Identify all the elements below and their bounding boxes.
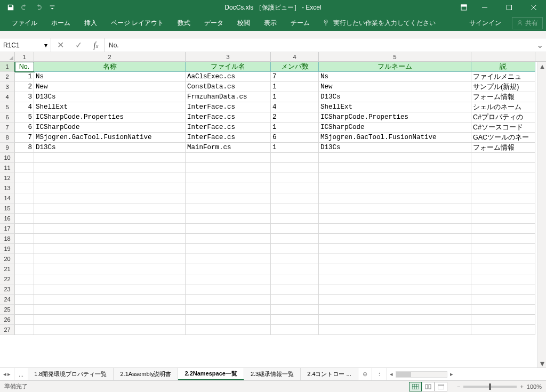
cell[interactable]: 2 <box>15 82 34 92</box>
cell[interactable] <box>186 214 271 224</box>
cell[interactable] <box>34 163 186 173</box>
sheet-tab[interactable]: 2.1Assembly説明書 <box>114 368 178 380</box>
column-header[interactable]: 1 <box>15 52 34 61</box>
row-header[interactable]: 14 <box>0 193 15 203</box>
save-button[interactable] <box>4 1 17 14</box>
cell[interactable] <box>186 203 271 214</box>
row-header[interactable]: 6 <box>0 112 15 123</box>
cell[interactable] <box>34 224 186 234</box>
cell[interactable] <box>186 264 271 274</box>
cell[interactable] <box>271 254 319 264</box>
cell[interactable] <box>319 173 471 183</box>
column-header[interactable] <box>471 52 535 61</box>
sheet-tab[interactable]: 2.2Namespace一覧 <box>178 368 244 380</box>
cell[interactable] <box>271 153 319 163</box>
zoom-out-button[interactable]: − <box>457 383 460 390</box>
maximize-button[interactable] <box>497 0 521 15</box>
cell[interactable]: No. <box>15 62 34 72</box>
row-header[interactable]: 16 <box>0 214 15 224</box>
hscroll-thumb[interactable] <box>396 372 412 377</box>
redo-button[interactable] <box>32 1 45 14</box>
row-header[interactable]: 9 <box>0 143 15 153</box>
tab-formula[interactable]: 数式 <box>171 15 197 31</box>
cell[interactable]: 7 <box>15 133 34 143</box>
cell[interactable] <box>271 183 319 193</box>
cell[interactable]: D13Cs <box>319 143 471 153</box>
cell[interactable] <box>319 305 471 315</box>
row-header[interactable]: 23 <box>0 284 15 295</box>
row-header[interactable]: 8 <box>0 133 15 143</box>
column-header[interactable]: 5 <box>319 52 471 61</box>
cell[interactable] <box>186 163 271 173</box>
row-header[interactable]: 7 <box>0 123 15 133</box>
cell[interactable]: フォーム情報 <box>471 92 535 102</box>
hscroll-track[interactable] <box>396 371 447 378</box>
cell[interactable] <box>319 234 471 244</box>
cell[interactable] <box>271 244 319 254</box>
fx-icon[interactable]: fx <box>93 40 98 50</box>
cell[interactable]: InterFace.cs <box>186 123 271 133</box>
cell[interactable]: 2 <box>271 112 319 123</box>
cell[interactable]: ICSharpCode.Properties <box>319 112 471 123</box>
cell[interactable] <box>471 254 535 264</box>
qat-customize-button[interactable] <box>46 1 59 14</box>
tab-layout[interactable]: ページ レイアウト <box>105 15 170 31</box>
cell[interactable]: ファイル名 <box>186 62 271 72</box>
sheet-nav-next-icon[interactable]: ▸ <box>7 371 11 378</box>
chevron-down-icon[interactable]: ▾ <box>44 42 47 49</box>
row-header[interactable]: 11 <box>0 163 15 173</box>
cell[interactable] <box>271 295 319 305</box>
cell[interactable] <box>15 214 34 224</box>
row-header[interactable]: 20 <box>0 254 15 264</box>
cell[interactable]: ファイルメニュ <box>471 72 535 82</box>
page-break-view-button[interactable] <box>435 382 447 391</box>
close-button[interactable] <box>521 0 546 15</box>
cell[interactable] <box>319 214 471 224</box>
cell[interactable]: 8 <box>15 143 34 153</box>
add-sheet-button[interactable]: ⊕ <box>358 368 372 380</box>
sheet-tab[interactable]: 2.3継承情報一覧 <box>244 368 301 380</box>
cell[interactable] <box>34 315 186 325</box>
cell[interactable]: 1 <box>271 123 319 133</box>
cell[interactable] <box>15 173 34 183</box>
cell[interactable] <box>34 234 186 244</box>
cell[interactable] <box>15 193 34 203</box>
cell[interactable]: 1 <box>271 143 319 153</box>
column-header[interactable]: 2 <box>34 52 186 61</box>
cell[interactable] <box>15 325 34 335</box>
scroll-right-button[interactable]: ▸ <box>447 371 456 378</box>
row-header[interactable]: 22 <box>0 274 15 284</box>
page-layout-view-button[interactable] <box>422 382 435 391</box>
cell[interactable]: シェルのネーム <box>471 102 535 112</box>
cell[interactable] <box>471 153 535 163</box>
row-header[interactable]: 15 <box>0 203 15 214</box>
cell[interactable] <box>319 203 471 214</box>
cell[interactable] <box>186 183 271 193</box>
row-header[interactable]: 26 <box>0 315 15 325</box>
zoom-in-button[interactable]: + <box>520 383 523 390</box>
cell[interactable]: Ns <box>319 72 471 82</box>
select-all-button[interactable] <box>0 52 15 61</box>
tab-home[interactable]: ホーム <box>45 15 77 31</box>
cell[interactable]: 4 <box>15 102 34 112</box>
row-header[interactable]: 17 <box>0 224 15 234</box>
cell[interactable] <box>471 264 535 274</box>
cell[interactable] <box>319 315 471 325</box>
cell[interactable]: ICSharpCode <box>319 123 471 133</box>
cell[interactable] <box>271 224 319 234</box>
cell[interactable]: MSjogren.GacTool.FusionNative <box>319 133 471 143</box>
cell[interactable]: ShellExt <box>34 102 186 112</box>
cell[interactable] <box>271 305 319 315</box>
cell[interactable] <box>319 183 471 193</box>
cell[interactable]: フォーム情報 <box>471 143 535 153</box>
sheet-tab[interactable]: 1.8開発環境プロパティ一覧 <box>28 368 114 380</box>
confirm-formula-button[interactable]: ✓ <box>75 40 82 50</box>
cell[interactable]: フルネーム <box>319 62 471 72</box>
cell[interactable]: InterFace.cs <box>186 133 271 143</box>
cell[interactable]: D13Cs <box>319 92 471 102</box>
cell[interactable] <box>186 305 271 315</box>
cell[interactable] <box>319 274 471 284</box>
cell[interactable] <box>34 284 186 295</box>
cell[interactable] <box>471 183 535 193</box>
cell[interactable]: C#プロパティの <box>471 112 535 123</box>
